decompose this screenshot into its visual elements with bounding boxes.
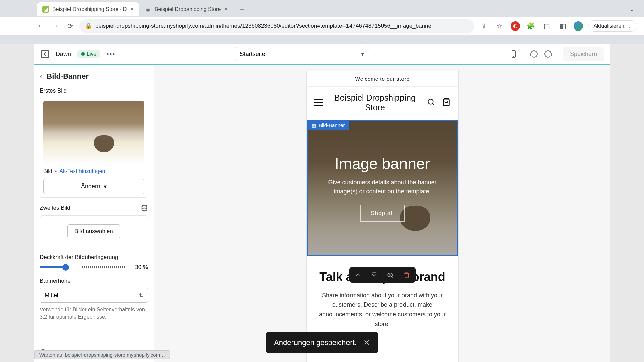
store-header: Beispiel Dropshipping Store [307, 87, 458, 120]
select-image-button[interactable]: Bild auswählen [67, 224, 120, 238]
banner-heading[interactable]: Image banner [335, 155, 430, 173]
profile-avatar-icon[interactable] [574, 21, 583, 31]
app-container: Dawn Live ••• Startseite ▾ [34, 44, 610, 362]
preview-canvas: Welcome to our store Beispiel Dropshippi… [154, 65, 610, 362]
page-selector-dropdown[interactable]: Startseite ▾ [235, 47, 369, 61]
move-down-icon[interactable] [370, 270, 379, 279]
editor-topbar: Dawn Live ••• Startseite ▾ [34, 44, 610, 65]
svg-point-5 [428, 99, 433, 104]
height-help-text: Verwende für Bilder ein Seitenverhältnis… [40, 306, 148, 321]
change-image-button[interactable]: Ändern ▾ [43, 179, 144, 194]
section-label-tag: ▦ Bild-Banner [307, 120, 349, 130]
second-image-label: Zweites Bild [40, 205, 70, 212]
save-button: Speichern [563, 47, 604, 61]
move-up-icon[interactable] [354, 270, 363, 279]
mobile-preview-frame: Welcome to our store Beispiel Dropshippi… [307, 71, 458, 362]
live-dot-icon [81, 52, 85, 56]
first-image-card: Bild • Alt-Text hinzufügen Ändern ▾ [40, 98, 148, 198]
sidebar-title: Bild-Banner [47, 72, 89, 81]
address-bar[interactable]: 🔒 beispiel-dropshipping-store.myshopify.… [79, 19, 474, 33]
cart-icon[interactable] [442, 98, 451, 108]
tab-title: Beispiel Dropshipping Store · D [52, 6, 127, 12]
menu-burger-icon[interactable] [314, 99, 323, 106]
alt-text-link[interactable]: Alt-Text hinzufügen [59, 168, 105, 174]
delete-icon[interactable] [402, 270, 411, 279]
browser-tab[interactable]: ◉ Beispiel Dropshipping Store × [139, 2, 233, 16]
back-icon[interactable]: ‹ [40, 72, 42, 81]
browser-status-bar: Warten auf beispiel-dropshipping-store.m… [34, 350, 170, 359]
theme-name: Dawn [56, 51, 71, 58]
undo-button[interactable] [529, 49, 539, 59]
browser-chrome: ◪ Beispiel Dropshipping Store · D × ◉ Be… [0, 0, 644, 44]
hide-icon[interactable] [386, 270, 395, 279]
more-dots-icon: ⋮ [627, 23, 632, 29]
live-badge: Live [77, 50, 100, 58]
tab-list-dropdown-icon[interactable]: ⌄ [630, 7, 634, 12]
close-icon[interactable]: ✕ [363, 338, 370, 347]
opacity-value: 30 % [131, 264, 148, 271]
reading-list-icon[interactable]: ▤ [541, 21, 552, 32]
extension-icon[interactable]: ◐ [511, 21, 520, 31]
side-panel-icon[interactable]: ◧ [557, 21, 568, 32]
svg-rect-0 [42, 51, 49, 58]
bookmark-star-icon[interactable]: ☆ [494, 21, 505, 32]
redo-button[interactable] [543, 49, 553, 59]
opacity-label: Deckkraft der Bildüberlagerung [40, 254, 148, 261]
close-icon[interactable]: × [224, 6, 228, 13]
second-image-card: Bild auswählen [40, 215, 148, 247]
svg-line-6 [432, 103, 434, 105]
image-thumbnail[interactable] [43, 101, 144, 165]
image-banner-section[interactable]: ▦ Bild-Banner Image banner Give customer… [307, 120, 458, 256]
slider-thumb-icon[interactable] [62, 264, 69, 271]
extensions-puzzle-icon[interactable]: 🧩 [525, 21, 536, 32]
toast-notification: Änderungen gespeichert. ✕ [266, 332, 378, 353]
tab-title: Beispiel Dropshipping Store [155, 6, 221, 12]
lock-icon: 🔒 [85, 22, 92, 29]
shopify-favicon-icon: ◪ [42, 6, 49, 13]
mobile-view-button[interactable] [508, 49, 519, 59]
tab-strip: ◪ Beispiel Dropshipping Store · D × ◉ Be… [0, 2, 644, 17]
back-button[interactable]: ← [35, 21, 46, 32]
nav-bar: ← → ⟳ 🔒 beispiel-dropshipping-store.mysh… [0, 17, 644, 35]
more-actions-button[interactable]: ••• [106, 50, 115, 58]
url-actions: ⇪ ☆ ◐ 🧩 ▤ ◧ Aktualisieren ⋮ [478, 20, 637, 32]
exit-editor-button[interactable] [40, 49, 50, 59]
url-text: beispiel-dropshipping-store.myshopify.co… [95, 23, 433, 29]
browser-tab-active[interactable]: ◪ Beispiel Dropshipping Store · D × [37, 2, 139, 16]
chevron-down-icon: ▾ [104, 183, 107, 190]
section-floating-toolbar [349, 267, 416, 283]
banner-description[interactable]: Give customers details about the banner … [318, 178, 447, 196]
new-tab-button[interactable]: + [236, 3, 248, 15]
forward-button: → [50, 21, 61, 32]
image-meta-label: Bild [43, 168, 52, 174]
store-name[interactable]: Beispiel Dropshipping Store [323, 93, 427, 112]
share-icon[interactable]: ⇪ [478, 21, 489, 32]
svg-point-4 [142, 205, 147, 207]
first-image-label: Erstes Bild [40, 87, 148, 94]
chevron-down-icon: ▾ [361, 50, 364, 58]
reload-button[interactable]: ⟳ [65, 21, 75, 32]
search-icon[interactable] [427, 98, 435, 108]
banner-height-label: Bannerhöhe [40, 278, 148, 284]
toast-message: Änderungen gespeichert. [274, 338, 357, 347]
section-icon: ▦ [311, 122, 316, 128]
announcement-bar[interactable]: Welcome to our store [307, 71, 458, 87]
dynamic-source-icon[interactable] [141, 204, 148, 212]
banner-cta-button[interactable]: Shop all [360, 205, 404, 222]
opacity-slider[interactable] [40, 266, 126, 268]
update-button[interactable]: Aktualisieren ⋮ [588, 20, 637, 32]
settings-sidebar: ‹ Bild-Banner Erstes Bild Bild • Alt-Tex… [34, 65, 154, 362]
banner-height-select[interactable]: Mittel [40, 288, 148, 303]
globe-favicon-icon: ◉ [145, 6, 151, 13]
close-icon[interactable]: × [130, 6, 134, 13]
